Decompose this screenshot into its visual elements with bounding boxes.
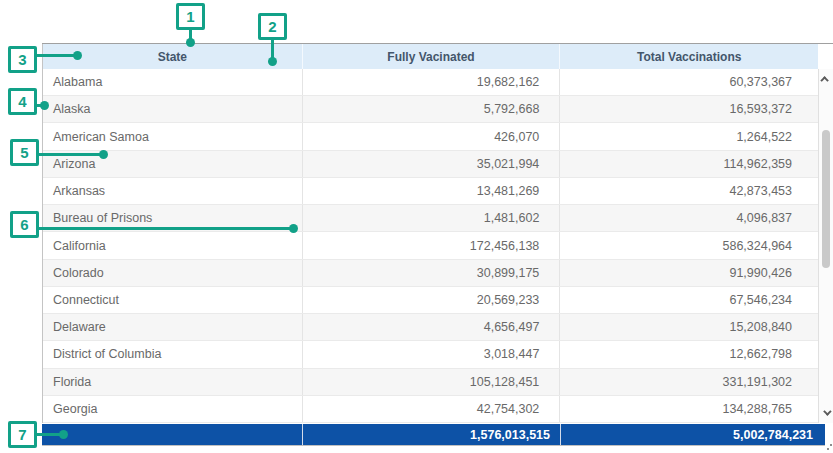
table-row[interactable]: Connecticut 20,569,233 67,546,234 <box>43 287 818 314</box>
table-row[interactable]: Florida 105,128,451 331,191,302 <box>43 369 818 396</box>
callout-6-line <box>36 227 292 230</box>
table-header-row: State Fully Vacinated Total Vaccinations <box>42 44 818 69</box>
total-vaccinations-cell: 331,191,302 <box>560 369 818 395</box>
callout-1-dot <box>186 38 195 47</box>
total-vaccinations-cell: 134,288,765 <box>560 396 818 422</box>
fully-vaccinated-cell: 3,018,447 <box>303 341 561 367</box>
callout-4: 4 <box>8 88 37 115</box>
chevron-up-icon <box>820 76 828 84</box>
state-cell: Florida <box>43 369 303 395</box>
table-row[interactable]: American Samoa 426,070 1,264,522 <box>43 123 818 150</box>
total-vaccinations-cell: 91,990,426 <box>560 260 818 286</box>
fully-vaccinated-cell: 13,481,269 <box>303 178 561 204</box>
callout-3-line <box>35 54 76 57</box>
scroll-down-button[interactable] <box>819 405 833 421</box>
fully-vaccinated-cell: 19,682,162 <box>303 69 561 95</box>
column-header-fully-vaccinated[interactable]: Fully Vacinated <box>303 44 561 69</box>
table-row[interactable]: Delaware 4,656,497 15,208,840 <box>43 314 818 341</box>
total-vaccinations-cell: 67,546,234 <box>560 287 818 313</box>
fully-vaccinated-cell: 105,128,451 <box>303 369 561 395</box>
callout-2: 2 <box>258 13 287 40</box>
total-vaccinations-cell: 12,662,798 <box>560 341 818 367</box>
state-cell: District of Columbia <box>43 341 303 367</box>
callout-5: 5 <box>10 139 39 166</box>
state-cell: California <box>43 232 303 258</box>
total-vaccinations-cell: 4,096,837 <box>560 205 818 231</box>
fully-vaccinated-cell: 20,569,233 <box>303 287 561 313</box>
state-cell: Alabama <box>43 69 303 95</box>
table-row[interactable]: Arkansas 13,481,269 42,873,453 <box>43 178 818 205</box>
table-row[interactable]: California 172,456,138 586,324,964 <box>43 232 818 259</box>
state-cell: Alaska <box>43 96 303 122</box>
callout-1: 1 <box>176 3 205 30</box>
state-cell: Delaware <box>43 314 303 340</box>
total-vaccinations-cell: 60,373,367 <box>560 69 818 95</box>
callout-6: 6 <box>10 211 39 238</box>
table-row[interactable]: Georgia 42,754,302 134,288,765 <box>43 396 818 423</box>
table-row[interactable]: Alabama 19,682,162 60,373,367 <box>43 69 818 96</box>
resize-grip-icon[interactable] <box>826 444 832 450</box>
fully-vaccinated-cell: 426,070 <box>303 123 561 149</box>
total-vaccinations-cell: 16,593,372 <box>560 96 818 122</box>
fully-vaccinated-cell: 35,021,994 <box>303 151 561 177</box>
callout-4-dot <box>40 101 49 110</box>
callout-3-dot <box>73 51 82 60</box>
total-fully-vaccinated: 1,576,013,515 <box>302 424 560 445</box>
total-total-vaccinations: 5,002,784,231 <box>560 424 825 445</box>
total-vaccinations-cell: 114,962,359 <box>560 151 818 177</box>
callout-7-line <box>34 433 62 436</box>
fully-vaccinated-cell: 30,899,175 <box>303 260 561 286</box>
total-vaccinations-cell: 42,873,453 <box>560 178 818 204</box>
callout-3: 3 <box>8 46 37 73</box>
column-header-state[interactable]: State <box>43 44 303 69</box>
scroll-up-button[interactable] <box>819 71 833 87</box>
state-cell: Colorado <box>43 260 303 286</box>
table-row[interactable]: Alaska 5,792,668 16,593,372 <box>43 96 818 123</box>
state-cell: Georgia <box>43 396 303 422</box>
fully-vaccinated-cell: 172,456,138 <box>303 232 561 258</box>
table-total-row: 1,576,013,515 5,002,784,231 <box>42 424 825 446</box>
total-vaccinations-cell: 1,264,522 <box>560 123 818 149</box>
state-cell: Connecticut <box>43 287 303 313</box>
total-label-cell <box>42 424 302 445</box>
fully-vaccinated-cell: 42,754,302 <box>303 396 561 422</box>
fully-vaccinated-cell: 1,481,602 <box>303 205 561 231</box>
fully-vaccinated-cell: 5,792,668 <box>303 96 561 122</box>
callout-5-dot <box>99 150 108 159</box>
table-row[interactable]: Arizona 35,021,994 114,962,359 <box>43 151 818 178</box>
callout-7: 7 <box>8 421 37 448</box>
column-header-total-vaccinations[interactable]: Total Vaccinations <box>560 44 818 69</box>
fully-vaccinated-cell: 4,656,497 <box>303 314 561 340</box>
total-vaccinations-cell: 586,324,964 <box>560 232 818 258</box>
chevron-down-icon <box>823 407 831 415</box>
callout-5-line <box>36 153 102 156</box>
table-body: Alabama 19,682,162 60,373,367 Alaska 5,7… <box>42 69 818 423</box>
callout-6-dot <box>289 224 298 233</box>
table-row[interactable]: Colorado 30,899,175 91,990,426 <box>43 260 818 287</box>
scrollbar-thumb[interactable] <box>822 130 830 268</box>
callout-7-dot <box>59 430 68 439</box>
vertical-scrollbar[interactable] <box>818 69 833 423</box>
state-cell: American Samoa <box>43 123 303 149</box>
table-row[interactable]: District of Columbia 3,018,447 12,662,79… <box>43 341 818 368</box>
callout-2-dot <box>268 57 277 66</box>
vaccination-table-screenshot: State Fully Vacinated Total Vaccinations… <box>0 0 833 453</box>
total-vaccinations-cell: 15,208,840 <box>560 314 818 340</box>
state-cell: Arkansas <box>43 178 303 204</box>
